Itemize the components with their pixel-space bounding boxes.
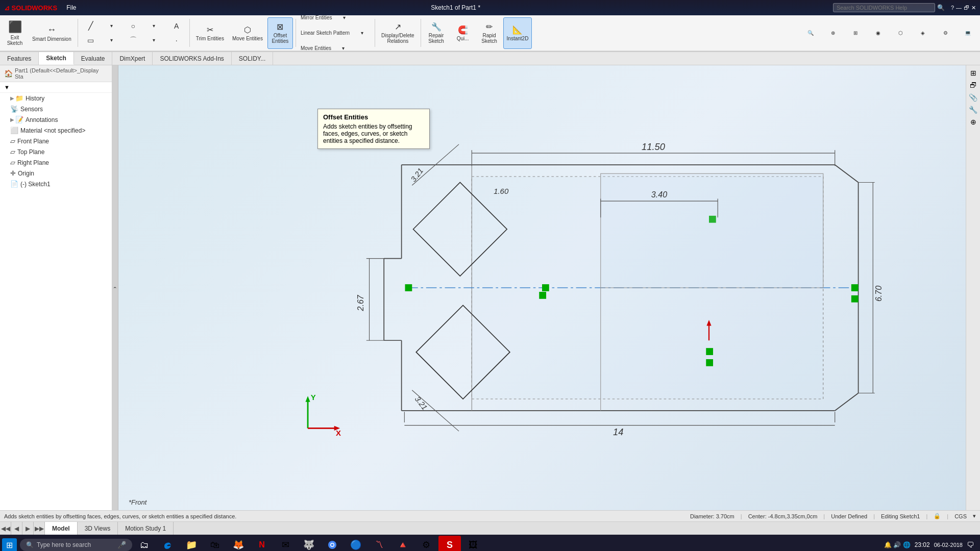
view-icon-6[interactable]: ◈ — [913, 26, 933, 40]
taskbar-firefox[interactable]: 🦊 — [227, 536, 250, 551]
sketch-svg[interactable]: 11.50 3.40 2.67 6.70 14 3.21 — [118, 65, 966, 510]
sidebar-toggle[interactable]: ‹ — [112, 65, 118, 510]
right-panel-btn-3[interactable]: 📎 — [968, 92, 979, 103]
bottom-tab-3dviews[interactable]: 3D Views — [78, 522, 118, 535]
taskbar-app2[interactable]: 🔺 — [391, 536, 414, 551]
mirror-dropdown[interactable]: ▾ — [334, 11, 355, 25]
instant2d-button[interactable]: 📐 Instant2D — [503, 17, 532, 49]
sidebar-item-top-plane[interactable]: ▱ Top Plane — [0, 146, 112, 157]
exit-sketch-button[interactable]: ⬛ ExitSketch — [2, 17, 28, 49]
constraint-sq-8 — [539, 292, 546, 299]
taskbar-folder[interactable]: 📁 — [180, 536, 203, 551]
taskbar-chrome[interactable] — [321, 536, 344, 551]
right-panel-btn-2[interactable]: 🗗 — [968, 80, 979, 91]
view-icon-5[interactable]: ⬡ — [890, 26, 911, 40]
bottom-tab-model[interactable]: Model — [45, 522, 78, 535]
taskbar-start-button[interactable]: ⊞ — [2, 538, 17, 552]
sidebar-item-sketch1[interactable]: 📄 (-) Sketch1 — [0, 179, 112, 189]
circle-dropdown[interactable]: ▾ — [144, 19, 164, 33]
bottom-nav-prev[interactable]: ◀ — [11, 522, 22, 535]
text-tool-button[interactable]: A — [166, 19, 187, 33]
bottom-nav-first[interactable]: ◀◀ — [0, 522, 11, 535]
taskbar-files[interactable]: 🗂 — [133, 536, 156, 551]
tooltip-box: Offset Entities Adds sketch entities by … — [317, 109, 430, 149]
repair-sketch-button[interactable]: 🔧 RepairSketch — [424, 17, 449, 49]
right-panel-btn-5[interactable]: ⊕ — [968, 116, 979, 128]
point-tool-button[interactable]: · — [166, 33, 187, 47]
move-dropdown[interactable]: ▾ — [333, 41, 354, 56]
instant2d-icon: 📐 — [512, 25, 523, 35]
mirror-entities-button[interactable]: Mirror Entities — [299, 11, 334, 25]
status-sep-3: | — [873, 513, 875, 519]
rect-tool-button[interactable]: ▭ — [81, 33, 101, 47]
tab-addins[interactable]: SOLIDWORKS Add-Ins — [153, 52, 231, 65]
right-panel-btn-1[interactable]: ⊞ — [968, 67, 979, 79]
display-delete-button[interactable]: ↗ Display/DeleteRelations — [378, 17, 418, 49]
tab-evaluate[interactable]: Evaluate — [74, 52, 113, 65]
view-icon-1[interactable]: 🔍 — [800, 26, 821, 40]
status-sep-1: | — [741, 513, 742, 519]
bottom-nav-next[interactable]: ▶ — [22, 522, 34, 535]
sidebar-item-origin[interactable]: ✛ Origin — [0, 168, 112, 179]
bottom-nav-last[interactable]: ▶▶ — [34, 522, 45, 535]
sidebar-item-material[interactable]: ⬜ Material <not specified> — [0, 125, 112, 136]
front-plane-label: Front Plane — [17, 138, 49, 145]
title-menu-file[interactable]: File — [64, 4, 78, 12]
sidebar-item-history[interactable]: ▶ 📁 History — [0, 93, 112, 104]
taskbar-wolf[interactable]: 🐺 — [298, 536, 320, 551]
bottom-tab-motion[interactable]: Motion Study 1 — [118, 522, 174, 535]
sidebar-resize-handle[interactable] — [110, 65, 112, 510]
smart-dimension-button[interactable]: ↔ Smart Dimension — [29, 17, 75, 49]
tab-features[interactable]: Features — [0, 52, 39, 65]
taskbar-netflix[interactable]: N — [251, 536, 273, 551]
rect-dropdown[interactable]: ▾ — [102, 33, 122, 47]
line-tool-button[interactable]: ╱ — [81, 19, 101, 33]
title-search-input[interactable] — [833, 3, 935, 12]
tab-dimxpert[interactable]: DimXpert — [112, 52, 153, 65]
right-panel-btn-4[interactable]: 🔧 — [968, 104, 979, 115]
linear-pattern-button[interactable]: Linear Sketch Pattern — [299, 26, 352, 40]
canvas-area[interactable]: Offset Entities Adds sketch entities by … — [118, 65, 966, 510]
taskbar-photos[interactable]: 🖼 — [462, 536, 484, 551]
status-center: Center: -4.8cm,3.35cm,0cm — [748, 513, 818, 519]
sidebar-item-right-plane[interactable]: ▱ Right Plane — [0, 157, 112, 168]
taskbar-mic-icon: 🎤 — [117, 541, 126, 549]
move-entities-button[interactable]: Move Entities — [299, 41, 333, 56]
tab-sketch[interactable]: Sketch — [39, 52, 74, 65]
taskbar-sw[interactable]: S — [438, 536, 461, 551]
taskbar-app3[interactable]: ⚙ — [415, 536, 437, 551]
quick-snaps-label: Qui... — [457, 36, 469, 41]
taskbar-notification[interactable]: 🗨 — [967, 541, 974, 549]
sidebar-item-front-plane[interactable]: ▱ Front Plane — [0, 136, 112, 146]
trim-entities-button[interactable]: ✂ Trim Entities — [192, 17, 228, 49]
sidebar-item-sensors[interactable]: 📡 Sensors — [0, 104, 112, 114]
annotations-label: Annotations — [26, 116, 58, 123]
status-units-dropdown[interactable]: ▾ — [973, 513, 976, 519]
view-icon-3[interactable]: ⊞ — [845, 26, 866, 40]
view-icon-4[interactable]: ◉ — [868, 26, 888, 40]
taskbar-edge[interactable] — [157, 536, 179, 551]
line-dropdown[interactable]: ▾ — [102, 19, 122, 33]
taskbar-mail[interactable]: ✉ — [274, 536, 297, 551]
view-icon-2[interactable]: ⊕ — [823, 26, 843, 40]
annotations-expand: ▶ — [10, 117, 14, 122]
arc-dropdown[interactable]: ▾ — [144, 33, 164, 47]
offset-entities-button[interactable]: ⊠ OffsetEntities — [267, 17, 293, 49]
rapid-sketch-button[interactable]: ✏ RapidSketch — [477, 17, 502, 49]
convert-entities-button[interactable]: ⬡ Move Entities — [229, 17, 266, 49]
arc-tool-button[interactable]: ⌒ — [123, 33, 143, 47]
view-icon-8[interactable]: 💻 — [958, 26, 978, 40]
taskbar-app1[interactable]: 🔵 — [345, 536, 367, 551]
tab-more[interactable]: SOLIDY... — [232, 52, 273, 65]
taskbar-matlab[interactable]: 〽 — [368, 536, 390, 551]
taskbar-search-box[interactable]: 🔍 Type here to search 🎤 — [20, 539, 132, 551]
sidebar-item-annotations[interactable]: ▶ 📝 Annotations — [0, 114, 112, 125]
convert-entities-label: Move Entities — [232, 36, 263, 41]
sidebar-filter-btn[interactable]: ▼ — [2, 83, 12, 91]
quick-snaps-button[interactable]: 🧲 Qui... — [450, 17, 476, 49]
dim-321-top-text: 3.21 — [409, 167, 425, 184]
circle-tool-button[interactable]: ○ — [123, 19, 143, 33]
view-icon-7[interactable]: ⚙ — [935, 26, 955, 40]
taskbar-store[interactable]: 🛍 — [204, 536, 226, 551]
linear-dropdown[interactable]: ▾ — [352, 26, 372, 40]
